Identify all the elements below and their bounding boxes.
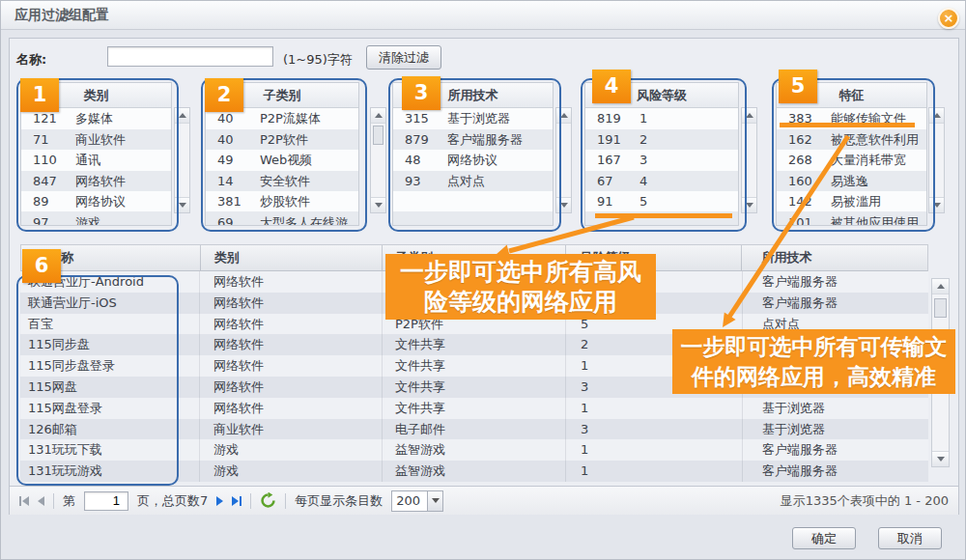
scroll-down-button[interactable] (371, 197, 385, 212)
list-item-count: 268 (777, 150, 831, 171)
list-item-count: 101 (777, 212, 831, 227)
scroll-up-button[interactable] (742, 108, 756, 124)
scroll-up-button[interactable] (556, 108, 571, 124)
list-item[interactable]: 89 网络协议 (21, 191, 171, 212)
table-row[interactable]: 115网盘 网络软件 文件共享 3 基于浏览器 (20, 377, 928, 398)
dropdown-button[interactable] (427, 491, 442, 511)
last-page-icon (232, 496, 239, 506)
list-item[interactable]: 40 P2P软件 (206, 129, 358, 151)
list-item[interactable]: 142 易被滥用 (777, 191, 926, 212)
list-item-label: 1 (639, 108, 738, 129)
list-item[interactable]: 381 炒股软件 (206, 191, 358, 212)
per-page-select[interactable]: 200 (391, 490, 443, 512)
list-item[interactable]: 71 商业软件 (21, 129, 171, 151)
first-page-button[interactable] (19, 496, 29, 506)
scroll-up-button[interactable] (175, 108, 189, 124)
scroll-down-button[interactable] (175, 197, 189, 212)
table-row[interactable]: 115网盘登录 网络软件 文件共享 1 基于浏览器 (20, 398, 928, 419)
per-page-label: 每页显示条目数 (295, 492, 383, 510)
scroll-down-button[interactable] (556, 197, 571, 212)
cell-category: 网络软件 (200, 398, 383, 419)
list-item[interactable]: 191 2 (585, 129, 738, 151)
list-item-label: 被其他应用使用 (831, 212, 926, 227)
scroll-down-button[interactable] (742, 197, 756, 212)
cell-risk-level (566, 293, 743, 314)
table-row[interactable]: 115同步盘 网络软件 文件共享 2 (20, 334, 928, 355)
list-item[interactable]: 48 网络协议 (393, 150, 553, 171)
page-number-input[interactable] (84, 491, 128, 511)
list-item-count: 93 (393, 171, 447, 192)
list-item[interactable]: 91 5 (585, 191, 738, 212)
scroll-down-button[interactable] (929, 197, 944, 212)
list-item-label: 游戏 (75, 212, 171, 227)
scroll-down-button[interactable] (932, 451, 949, 466)
list-item[interactable]: 67 4 (585, 171, 738, 192)
table-scrollbar[interactable] (931, 278, 950, 467)
scrollbar-thumb[interactable] (373, 126, 384, 145)
table-row[interactable]: 联通营业厅-Android 网络软件 客户端服务器 (20, 271, 928, 293)
list-item-count: 40 (206, 129, 260, 151)
list-item[interactable]: 14 安全软件 (206, 171, 358, 192)
chevron-up-icon (746, 109, 753, 118)
list-item-count: 162 (777, 129, 831, 151)
list-item[interactable]: 315 基于浏览器 (393, 108, 553, 129)
ok-button[interactable]: 确定 (792, 527, 856, 549)
table-row[interactable]: 百宝 网络软件 P2P软件 5 点对点 (20, 314, 928, 335)
scrollbar[interactable] (555, 107, 572, 213)
cell-name: 115同步盘登录 (20, 355, 200, 377)
list-item[interactable]: 268 大量消耗带宽 (777, 150, 926, 171)
scrollbar[interactable] (174, 107, 190, 213)
clear-filter-button[interactable]: 清除过滤 (366, 45, 441, 70)
list-item[interactable]: 49 Web视频 (206, 150, 358, 171)
cell-subcategory: 电子邮件 (383, 419, 566, 440)
list-item[interactable]: 847 网络软件 (21, 171, 171, 192)
list-item[interactable]: 383 能够传输文件 (777, 108, 926, 129)
list-item-count: 191 (585, 129, 639, 151)
list-item[interactable]: 879 客户端服务器 (393, 129, 553, 151)
cell-name: 联通营业厅-iOS (20, 293, 200, 314)
cell-subcategory: 益智游戏 (383, 439, 566, 461)
cell-subcategory (383, 271, 566, 293)
chevron-down-icon (746, 203, 753, 211)
list-item[interactable]: 162 被恶意软件利用 (777, 129, 926, 151)
dialog-title: 应用过滤组配置 (14, 7, 109, 24)
list-item[interactable]: 819 1 (585, 108, 738, 129)
cell-risk-level: 1 (566, 398, 743, 419)
close-button[interactable]: × (938, 8, 959, 29)
table-row[interactable]: 131玩玩下载 游戏 益智游戏 1 客户端服务器 (20, 439, 928, 461)
scrollbar-thumb[interactable] (934, 298, 947, 318)
table-row[interactable]: 联通营业厅-iOS 网络软件 客户端服务器 (20, 293, 928, 314)
list-item[interactable]: 101 被其他应用使用 (777, 212, 926, 227)
last-page-button[interactable] (232, 496, 242, 506)
list-item[interactable]: 69 大型多人在线游戏 (206, 212, 358, 227)
next-page-button[interactable] (216, 496, 223, 506)
scrollbar[interactable] (741, 107, 757, 213)
list-item[interactable]: 93 点对点 (393, 171, 553, 192)
refresh-icon[interactable] (260, 492, 276, 509)
prev-page-button[interactable] (38, 496, 44, 506)
range-text: 显示1335个表项中的 1 - 200 (781, 492, 949, 510)
list-item-label: Web视频 (260, 150, 358, 171)
table-row[interactable]: 115同步盘登录 网络软件 文件共享 1 (20, 355, 928, 377)
cell-subcategory: P2P软件 (383, 314, 566, 335)
table-row[interactable]: 126邮箱 商业软件 电子邮件 3 基于浏览器 (20, 419, 928, 440)
cell-category: 商业软件 (200, 419, 383, 440)
scrollbar[interactable] (928, 107, 945, 213)
scroll-up-button[interactable] (932, 279, 949, 294)
cell-subcategory: 益智游戏 (383, 461, 566, 482)
cancel-button[interactable]: 取消 (878, 527, 942, 549)
list-item[interactable]: 167 3 (585, 150, 738, 171)
cell-risk-level: 3 (566, 377, 743, 398)
scroll-up-button[interactable] (929, 108, 944, 124)
list-item[interactable]: 110 通讯 (21, 150, 171, 171)
scroll-up-button[interactable] (371, 108, 385, 124)
name-input[interactable] (107, 46, 273, 67)
list-item-label: 能够传输文件 (831, 108, 926, 129)
list-item-label: 网络协议 (75, 191, 171, 212)
next-page-icon (216, 496, 223, 506)
chevron-up-icon (933, 109, 941, 118)
scrollbar[interactable] (370, 107, 386, 213)
list-item[interactable]: 97 游戏 (21, 212, 171, 227)
list-item[interactable]: 160 易逃逸 (777, 171, 926, 192)
table-row[interactable]: 131玩玩游戏 游戏 益智游戏 1 客户端服务器 (20, 461, 928, 482)
